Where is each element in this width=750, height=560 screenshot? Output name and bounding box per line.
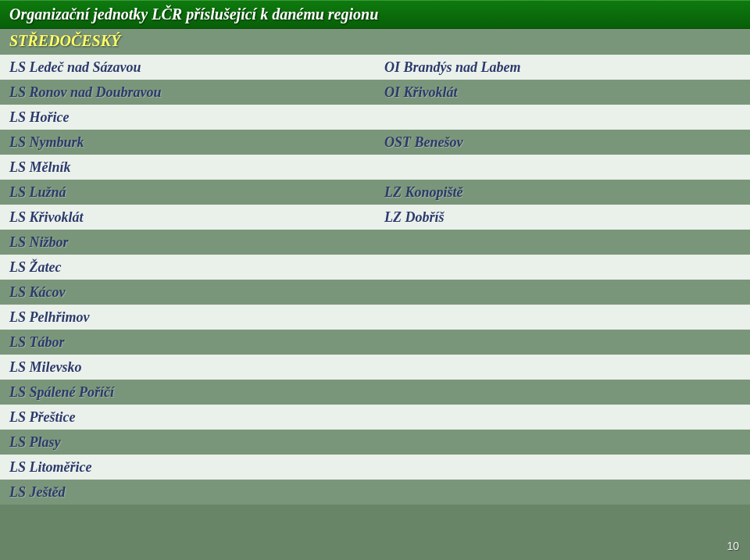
cell-left: LS Milevsko	[0, 359, 375, 376]
cell-left: LS Křivoklát	[0, 209, 375, 226]
cell-left: LS Mělník	[0, 159, 375, 176]
cell-left: LS Přeštice	[0, 409, 375, 426]
table-row: LS Žatec	[0, 255, 750, 280]
table-row: LS Přeštice	[0, 405, 750, 430]
cell-left: LS Žatec	[0, 259, 375, 276]
org-table: LS Ledeč nad SázavouOI Brandýs nad Labem…	[0, 55, 750, 505]
cell-left: LS Hořice	[0, 109, 375, 126]
cell-right: OI Křivoklát	[375, 84, 750, 101]
cell-left: LS Ronov nad Doubravou	[0, 84, 375, 101]
page-number: 10	[727, 540, 739, 552]
cell-left: LS Ještěd	[0, 484, 375, 501]
table-row: LS Pelhřimov	[0, 305, 750, 330]
table-row: LS Litoměřice	[0, 455, 750, 480]
table-row: LS Milevsko	[0, 355, 750, 380]
table-row: LS Hořice	[0, 105, 750, 130]
header-bar: Organizační jednotky LČR příslušející k …	[0, 0, 750, 29]
table-row: LS KřivoklátLZ Dobříš	[0, 205, 750, 230]
cell-left: LS Nymburk	[0, 134, 375, 151]
cell-left: LS Litoměřice	[0, 459, 375, 476]
region-name: STŘEDOČESKÝ	[9, 32, 741, 50]
table-row: LS LužnáLZ Konopiště	[0, 180, 750, 205]
table-row: LS Nižbor	[0, 230, 750, 255]
table-row: LS Mělník	[0, 155, 750, 180]
table-row: LS Ronov nad DoubravouOI Křivoklát	[0, 80, 750, 105]
cell-left: LS Lužná	[0, 184, 375, 201]
cell-right: LZ Konopiště	[375, 184, 750, 201]
cell-left: LS Nižbor	[0, 234, 375, 251]
page-title: Organizační jednotky LČR příslušející k …	[9, 5, 741, 23]
table-row: LS Tábor	[0, 330, 750, 355]
cell-right: LZ Dobříš	[375, 209, 750, 226]
cell-left: LS Pelhřimov	[0, 309, 375, 326]
cell-right: OI Brandýs nad Labem	[375, 59, 750, 76]
table-row: LS NymburkOST Benešov	[0, 130, 750, 155]
cell-left: LS Tábor	[0, 334, 375, 351]
table-row: LS Ledeč nad SázavouOI Brandýs nad Labem	[0, 55, 750, 80]
region-bar: STŘEDOČESKÝ	[0, 29, 750, 55]
table-row: LS Kácov	[0, 280, 750, 305]
cell-left: LS Ledeč nad Sázavou	[0, 59, 375, 76]
cell-left: LS Plasy	[0, 434, 375, 451]
cell-left: LS Kácov	[0, 284, 375, 301]
table-row: LS Ještěd	[0, 480, 750, 505]
cell-right: OST Benešov	[375, 134, 750, 151]
table-row: LS Spálené Poříčí	[0, 380, 750, 405]
table-row: LS Plasy	[0, 430, 750, 455]
cell-left: LS Spálené Poříčí	[0, 384, 375, 401]
